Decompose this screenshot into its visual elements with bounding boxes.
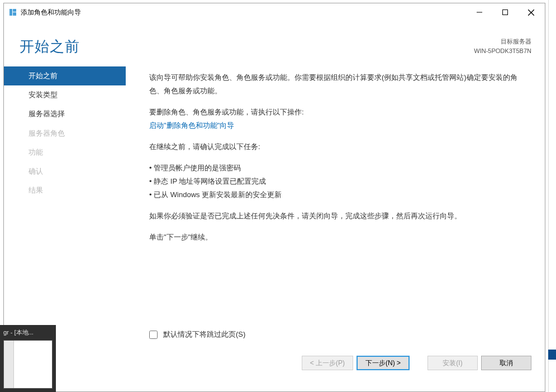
remove-wizard-link[interactable]: 启动"删除角色和功能"向导 <box>149 121 234 130</box>
sidebar: 开始之前 安装类型 服务器选择 服务器角色 功能 确认 结果 <box>4 66 126 351</box>
sidebar-item-installation-type[interactable]: 安装类型 <box>4 85 126 104</box>
taskbar-thumbnail[interactable]: gr - [本地... <box>0 325 56 392</box>
sidebar-item-server-selection[interactable]: 服务器选择 <box>4 104 126 123</box>
continue-paragraph: 单击"下一步"继续。 <box>149 231 529 244</box>
sidebar-item-label: 开始之前 <box>28 71 58 80</box>
tasks-heading: 在继续之前，请确认完成以下任务: <box>149 140 529 154</box>
svg-rect-0 <box>9 9 12 16</box>
thumbnail-preview <box>3 340 53 389</box>
sidebar-item-confirmation: 确认 <box>4 162 126 181</box>
svg-rect-2 <box>13 12 16 16</box>
target-server-info: 目标服务器 WIN-5PODK3T5B7N <box>474 37 531 55</box>
header: 开始之前 目标服务器 WIN-5PODK3T5B7N <box>4 21 545 66</box>
target-value: WIN-5PODK3T5B7N <box>474 46 531 56</box>
app-icon <box>8 8 17 17</box>
thumbnail-main <box>14 341 52 388</box>
sidebar-item-before-you-begin[interactable]: 开始之前 <box>4 66 126 85</box>
svg-rect-1 <box>13 9 16 12</box>
skip-page-checkbox[interactable] <box>149 331 158 339</box>
sidebar-item-label: 功能 <box>28 148 43 156</box>
intro-paragraph: 该向导可帮助你安装角色、角色服务或功能。你需要根据组织的计算要求(例如共享文档或… <box>149 71 529 98</box>
skip-page-label: 默认情况下将跳过此页(S) <box>163 328 245 341</box>
sidebar-item-label: 服务器角色 <box>28 129 65 137</box>
window-controls <box>467 4 544 21</box>
page-title: 开始之前 <box>20 37 80 56</box>
thumbnail-title: gr - [本地... <box>3 328 53 337</box>
previous-button: < 上一步(P) <box>302 356 353 370</box>
next-button[interactable]: 下一步(N) > <box>357 356 410 370</box>
sidebar-item-label: 服务器选择 <box>28 109 65 118</box>
task-item: 已从 Windows 更新安装最新的安全更新 <box>149 188 529 202</box>
sidebar-item-label: 结果 <box>28 186 43 194</box>
remove-instructions: 要删除角色、角色服务或功能，请执行以下操作: <box>149 106 529 119</box>
skip-page-row: 默认情况下将跳过此页(S) <box>149 328 529 341</box>
close-button[interactable] <box>518 4 544 21</box>
task-list: 管理员帐户使用的是强密码 静态 IP 地址等网络设置已配置完成 已从 Windo… <box>149 161 529 202</box>
footer: < 上一步(P) 下一步(N) > 安装(I) 取消 <box>4 351 545 375</box>
background-strip <box>548 0 556 392</box>
thumbnail-sidebar <box>4 341 14 388</box>
sidebar-item-server-roles: 服务器角色 <box>4 124 126 143</box>
sidebar-item-features: 功能 <box>4 143 126 162</box>
task-item: 管理员帐户使用的是强密码 <box>149 161 529 175</box>
target-label: 目标服务器 <box>474 37 531 46</box>
install-button: 安装(I) <box>427 356 478 370</box>
sidebar-item-label: 安装类型 <box>28 90 58 99</box>
sidebar-item-results: 结果 <box>4 181 126 200</box>
wizard-window: 添加角色和功能向导 开始之前 目标服务器 WIN-5PODK3T5B7N 开始之… <box>3 3 545 392</box>
verify-paragraph: 如果你必须验证是否已完成上述任何先决条件，请关闭向导，完成这些步骤，然后再次运行… <box>149 209 529 223</box>
window-title: 添加角色和功能向导 <box>21 8 467 17</box>
maximize-button[interactable] <box>492 4 518 21</box>
cancel-button[interactable]: 取消 <box>481 356 531 370</box>
content-panel: 该向导可帮助你安装角色、角色服务或功能。你需要根据组织的计算要求(例如共享文档或… <box>126 66 545 351</box>
background-strip-accent <box>548 350 556 360</box>
sidebar-item-label: 确认 <box>28 167 43 175</box>
titlebar: 添加角色和功能向导 <box>4 3 545 21</box>
svg-rect-4 <box>503 10 508 15</box>
body: 开始之前 安装类型 服务器选择 服务器角色 功能 确认 结果 该向导可帮助你安装… <box>4 66 545 351</box>
minimize-button[interactable] <box>467 4 492 21</box>
task-item: 静态 IP 地址等网络设置已配置完成 <box>149 175 529 188</box>
